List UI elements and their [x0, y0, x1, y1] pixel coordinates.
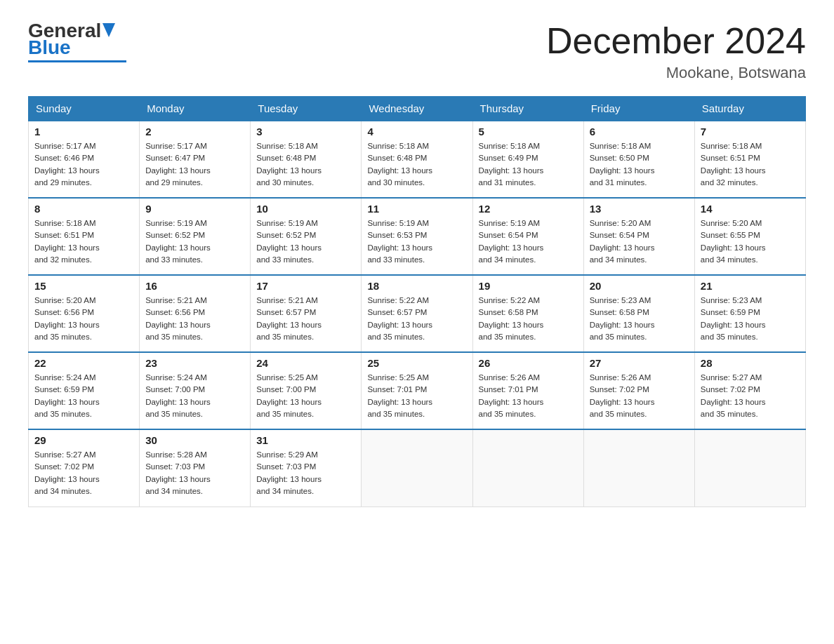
day-info: Sunrise: 5:27 AMSunset: 7:02 PMDaylight:…	[34, 450, 100, 495]
calendar-week-2: 8 Sunrise: 5:18 AMSunset: 6:51 PMDayligh…	[29, 198, 806, 275]
logo-blue-text: Blue	[28, 36, 71, 58]
day-info: Sunrise: 5:19 AMSunset: 6:52 PMDaylight:…	[145, 219, 211, 264]
table-row	[583, 429, 694, 507]
table-row: 10 Sunrise: 5:19 AMSunset: 6:52 PMDaylig…	[251, 198, 362, 275]
day-info: Sunrise: 5:25 AMSunset: 7:01 PMDaylight:…	[367, 373, 432, 418]
table-row: 8 Sunrise: 5:18 AMSunset: 6:51 PMDayligh…	[29, 198, 140, 275]
day-number: 2	[145, 126, 244, 137]
table-row	[694, 429, 805, 507]
day-info: Sunrise: 5:17 AMSunset: 6:46 PMDaylight:…	[34, 142, 100, 187]
day-number: 16	[145, 280, 244, 292]
day-info: Sunrise: 5:17 AMSunset: 6:47 PMDaylight:…	[145, 142, 211, 187]
day-number: 18	[367, 280, 466, 292]
table-row: 31 Sunrise: 5:29 AMSunset: 7:03 PMDaylig…	[251, 429, 362, 507]
calendar-header: Sunday Monday Tuesday Wednesday Thursday…	[29, 97, 806, 121]
table-row: 18 Sunrise: 5:22 AMSunset: 6:57 PMDaylig…	[362, 275, 472, 352]
calendar-title: December 2024	[546, 21, 806, 61]
header-friday: Friday	[583, 97, 694, 121]
table-row: 5 Sunrise: 5:18 AMSunset: 6:49 PMDayligh…	[472, 121, 583, 198]
header-saturday: Saturday	[694, 97, 805, 121]
day-number: 1	[34, 126, 133, 137]
day-info: Sunrise: 5:26 AMSunset: 7:01 PMDaylight:…	[479, 373, 544, 418]
day-info: Sunrise: 5:18 AMSunset: 6:51 PMDaylight:…	[34, 219, 100, 264]
day-info: Sunrise: 5:27 AMSunset: 7:02 PMDaylight:…	[701, 373, 766, 418]
day-number: 13	[590, 203, 689, 215]
day-info: Sunrise: 5:25 AMSunset: 7:00 PMDaylight:…	[256, 373, 322, 418]
table-row: 12 Sunrise: 5:19 AMSunset: 6:54 PMDaylig…	[472, 198, 583, 275]
header: General Blue December 2024 Mookane, Bots…	[28, 21, 806, 82]
day-number: 8	[34, 203, 133, 215]
calendar-subtitle: Mookane, Botswana	[546, 64, 806, 82]
day-info: Sunrise: 5:20 AMSunset: 6:55 PMDaylight:…	[701, 219, 766, 264]
table-row: 24 Sunrise: 5:25 AMSunset: 7:00 PMDaylig…	[251, 352, 362, 429]
day-info: Sunrise: 5:18 AMSunset: 6:50 PMDaylight:…	[590, 142, 655, 187]
header-monday: Monday	[140, 97, 251, 121]
table-row: 15 Sunrise: 5:20 AMSunset: 6:56 PMDaylig…	[29, 275, 140, 352]
table-row	[362, 429, 472, 507]
day-info: Sunrise: 5:23 AMSunset: 6:58 PMDaylight:…	[590, 296, 655, 341]
logo: General Blue	[28, 21, 126, 62]
day-number: 21	[701, 280, 800, 292]
day-number: 3	[256, 126, 355, 137]
day-number: 12	[479, 203, 578, 215]
day-number: 9	[145, 203, 244, 215]
day-info: Sunrise: 5:18 AMSunset: 6:48 PMDaylight:…	[256, 142, 322, 187]
day-info: Sunrise: 5:22 AMSunset: 6:57 PMDaylight:…	[367, 296, 432, 341]
table-row: 7 Sunrise: 5:18 AMSunset: 6:51 PMDayligh…	[694, 121, 805, 198]
title-area: December 2024 Mookane, Botswana	[546, 21, 806, 82]
day-number: 29	[34, 434, 133, 446]
day-info: Sunrise: 5:20 AMSunset: 6:56 PMDaylight:…	[34, 296, 100, 341]
svg-marker-0	[102, 23, 115, 37]
table-row: 23 Sunrise: 5:24 AMSunset: 7:00 PMDaylig…	[140, 352, 251, 429]
day-number: 24	[256, 357, 355, 369]
day-number: 17	[256, 280, 355, 292]
day-number: 14	[701, 203, 800, 215]
day-number: 11	[367, 203, 466, 215]
day-info: Sunrise: 5:28 AMSunset: 7:03 PMDaylight:…	[145, 450, 211, 495]
header-tuesday: Tuesday	[251, 97, 362, 121]
day-info: Sunrise: 5:19 AMSunset: 6:53 PMDaylight:…	[367, 219, 432, 264]
day-number: 22	[34, 357, 133, 369]
day-info: Sunrise: 5:24 AMSunset: 6:59 PMDaylight:…	[34, 373, 100, 418]
day-number: 15	[34, 280, 133, 292]
day-info: Sunrise: 5:21 AMSunset: 6:57 PMDaylight:…	[256, 296, 322, 341]
day-number: 5	[479, 126, 578, 137]
calendar-week-3: 15 Sunrise: 5:20 AMSunset: 6:56 PMDaylig…	[29, 275, 806, 352]
calendar-week-1: 1 Sunrise: 5:17 AMSunset: 6:46 PMDayligh…	[29, 121, 806, 198]
day-info: Sunrise: 5:24 AMSunset: 7:00 PMDaylight:…	[145, 373, 211, 418]
table-row: 19 Sunrise: 5:22 AMSunset: 6:58 PMDaylig…	[472, 275, 583, 352]
table-row: 25 Sunrise: 5:25 AMSunset: 7:01 PMDaylig…	[362, 352, 472, 429]
day-info: Sunrise: 5:26 AMSunset: 7:02 PMDaylight:…	[590, 373, 655, 418]
day-number: 27	[590, 357, 689, 369]
table-row: 16 Sunrise: 5:21 AMSunset: 6:56 PMDaylig…	[140, 275, 251, 352]
table-row: 29 Sunrise: 5:27 AMSunset: 7:02 PMDaylig…	[29, 429, 140, 507]
table-row: 9 Sunrise: 5:19 AMSunset: 6:52 PMDayligh…	[140, 198, 251, 275]
day-number: 30	[145, 434, 244, 446]
table-row: 26 Sunrise: 5:26 AMSunset: 7:01 PMDaylig…	[472, 352, 583, 429]
table-row: 28 Sunrise: 5:27 AMSunset: 7:02 PMDaylig…	[694, 352, 805, 429]
table-row: 20 Sunrise: 5:23 AMSunset: 6:58 PMDaylig…	[583, 275, 694, 352]
calendar-week-4: 22 Sunrise: 5:24 AMSunset: 6:59 PMDaylig…	[29, 352, 806, 429]
table-row: 30 Sunrise: 5:28 AMSunset: 7:03 PMDaylig…	[140, 429, 251, 507]
day-number: 4	[367, 126, 466, 137]
calendar-table: Sunday Monday Tuesday Wednesday Thursday…	[28, 96, 806, 507]
header-thursday: Thursday	[472, 97, 583, 121]
day-number: 25	[367, 357, 466, 369]
logo-underline	[28, 60, 126, 62]
header-sunday: Sunday	[29, 97, 140, 121]
table-row	[472, 429, 583, 507]
table-row: 27 Sunrise: 5:26 AMSunset: 7:02 PMDaylig…	[583, 352, 694, 429]
day-number: 31	[256, 434, 355, 446]
day-info: Sunrise: 5:18 AMSunset: 6:49 PMDaylight:…	[479, 142, 544, 187]
table-row: 17 Sunrise: 5:21 AMSunset: 6:57 PMDaylig…	[251, 275, 362, 352]
day-info: Sunrise: 5:21 AMSunset: 6:56 PMDaylight:…	[145, 296, 211, 341]
day-info: Sunrise: 5:29 AMSunset: 7:03 PMDaylight:…	[256, 450, 322, 495]
day-number: 19	[479, 280, 578, 292]
day-number: 20	[590, 280, 689, 292]
day-number: 23	[145, 357, 244, 369]
day-number: 6	[590, 126, 689, 137]
table-row: 1 Sunrise: 5:17 AMSunset: 6:46 PMDayligh…	[29, 121, 140, 198]
day-info: Sunrise: 5:18 AMSunset: 6:48 PMDaylight:…	[367, 142, 432, 187]
table-row: 3 Sunrise: 5:18 AMSunset: 6:48 PMDayligh…	[251, 121, 362, 198]
day-info: Sunrise: 5:19 AMSunset: 6:54 PMDaylight:…	[479, 219, 544, 264]
